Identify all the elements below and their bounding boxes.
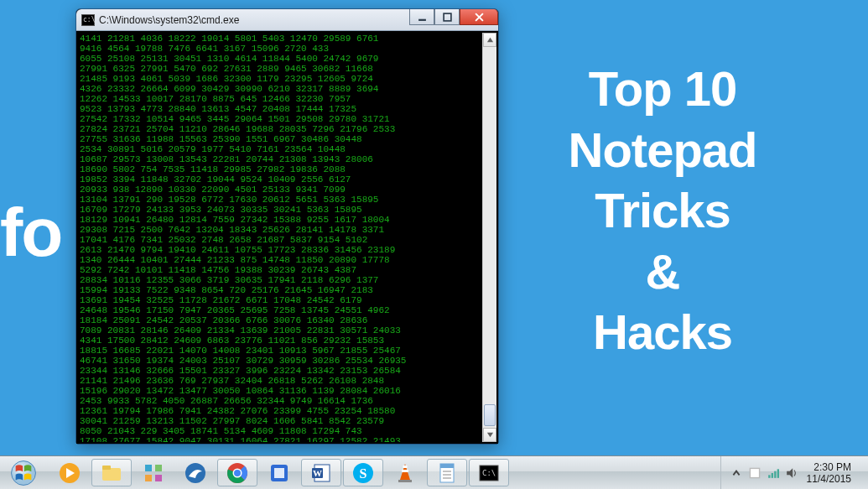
taskbar-item-chrome[interactable] <box>217 459 257 486</box>
clock[interactable]: 2:30 PM 11/4/2015 <box>807 461 851 485</box>
tray-volume-icon[interactable] <box>785 466 798 480</box>
svg-rect-25 <box>398 480 412 482</box>
taskbar-item-vlc[interactable] <box>385 459 425 486</box>
taskbar-item-cmd[interactable]: C:\ <box>469 459 509 486</box>
minimize-button[interactable] <box>409 9 434 25</box>
clock-date: 11/4/2015 <box>807 473 851 485</box>
svg-point-15 <box>234 470 241 476</box>
tray-chevron-icon[interactable] <box>730 466 743 480</box>
cmd-output: 4141 21281 4036 18222 19014 5801 5403 12… <box>78 33 496 444</box>
svg-rect-9 <box>155 475 162 481</box>
svg-rect-24 <box>403 466 408 468</box>
taskbar-item-thunderbird[interactable] <box>175 459 216 486</box>
svg-text:C:\: C:\ <box>482 469 496 477</box>
system-tray[interactable]: 2:30 PM 11/4/2015 <box>720 456 868 489</box>
maximize-button[interactable] <box>434 9 460 25</box>
taskbar-items: WSC:\ <box>47 456 720 489</box>
taskbar-item-skype[interactable]: S <box>343 459 383 486</box>
taskbar-item-explorer[interactable] <box>91 459 132 486</box>
taskbar-item-aimp[interactable] <box>49 459 90 486</box>
svg-text:W: W <box>313 468 322 478</box>
cmd-icon <box>81 14 95 26</box>
scroll-thumb[interactable] <box>484 404 496 426</box>
close-button[interactable] <box>460 9 498 25</box>
start-button[interactable] <box>0 456 47 489</box>
taskbar-item-app-group[interactable] <box>133 459 174 486</box>
svg-rect-4 <box>102 468 121 481</box>
window-title: C:\Windows\system32\cmd.exe <box>99 14 409 26</box>
taskbar[interactable]: WSC:\ 2:30 PM 11/4/2015 <box>0 455 868 489</box>
scroll-track[interactable] <box>483 47 496 428</box>
svg-rect-34 <box>768 475 770 478</box>
svg-rect-8 <box>145 475 152 481</box>
headline-text: Top 10 Notepad Tricks & Hacks <box>499 59 826 363</box>
svg-rect-37 <box>777 469 778 478</box>
tray-icons[interactable] <box>730 466 798 480</box>
taskbar-item-notepad[interactable] <box>427 459 467 486</box>
cmd-body[interactable]: 4141 21281 4036 18222 19014 5801 5403 12… <box>76 31 498 444</box>
taskbar-item-word[interactable]: W <box>301 459 341 486</box>
scrollbar[interactable] <box>482 33 496 442</box>
svg-rect-6 <box>145 465 152 471</box>
svg-rect-5 <box>102 466 111 470</box>
svg-rect-0 <box>418 18 426 20</box>
svg-rect-23 <box>402 470 408 472</box>
background-cutoff-text: fo <box>0 193 61 272</box>
titlebar[interactable]: C:\Windows\system32\cmd.exe <box>76 9 498 31</box>
svg-rect-36 <box>774 471 776 477</box>
tray-network-icon[interactable] <box>767 466 780 480</box>
taskbar-item-unknown-blue[interactable] <box>259 459 299 486</box>
tray-flag-icon[interactable] <box>748 466 761 480</box>
svg-rect-17 <box>274 468 284 478</box>
svg-point-2 <box>12 460 36 485</box>
svg-rect-35 <box>771 473 772 478</box>
cmd-window[interactable]: C:\Windows\system32\cmd.exe 4141 21281 4… <box>75 8 499 445</box>
svg-rect-1 <box>444 13 451 21</box>
svg-text:S: S <box>360 466 367 481</box>
svg-rect-33 <box>750 468 759 477</box>
svg-rect-27 <box>440 464 454 468</box>
svg-rect-7 <box>155 465 162 471</box>
clock-time: 2:30 PM <box>807 461 851 473</box>
scroll-up-button[interactable] <box>483 33 496 47</box>
scroll-down-button[interactable] <box>483 428 496 442</box>
